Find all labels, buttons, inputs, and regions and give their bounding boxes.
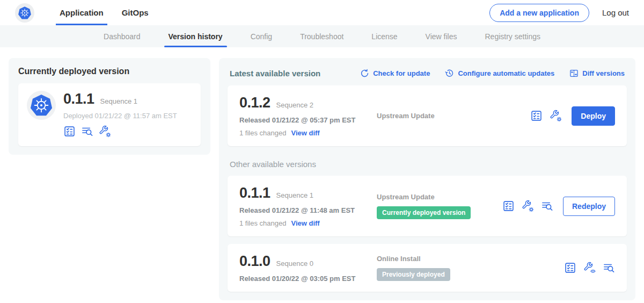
add-application-button[interactable]: Add a new application bbox=[489, 4, 589, 22]
tab-troubleshoot[interactable]: Troubleshoot bbox=[286, 25, 357, 47]
tab-version-history[interactable]: Version history bbox=[155, 25, 237, 47]
tab-view-files[interactable]: View files bbox=[412, 25, 471, 47]
version-number: 0.1.1 bbox=[239, 185, 270, 201]
edit-config-icon[interactable] bbox=[522, 200, 534, 212]
refresh-icon bbox=[360, 69, 369, 78]
configure-automatic-updates-link[interactable]: Configure automatic updates bbox=[445, 69, 554, 78]
preflight-checks-icon[interactable] bbox=[564, 262, 576, 274]
link-label: Configure automatic updates bbox=[458, 69, 554, 77]
version-card: 0.1.0 Sequence 0 Released 01/20/22 @ 03:… bbox=[228, 244, 627, 292]
released-timestamp: Released 01/21/22 @ 11:48 am EST bbox=[239, 206, 377, 214]
redeploy-button[interactable]: Redeploy bbox=[563, 197, 615, 216]
deploy-logs-icon[interactable] bbox=[603, 262, 615, 274]
deployed-version-number: 0.1.1 bbox=[63, 91, 94, 107]
link-label: Diff versions bbox=[582, 69, 625, 77]
top-nav-tabs: Application GitOps bbox=[50, 0, 158, 25]
view-config-icon[interactable] bbox=[583, 262, 596, 274]
view-diff-link[interactable]: View diff bbox=[291, 219, 319, 227]
top-nav: Application GitOps Add a new application… bbox=[0, 0, 644, 25]
sequence-label: Sequence 2 bbox=[276, 101, 313, 109]
tab-dashboard[interactable]: Dashboard bbox=[90, 25, 155, 47]
files-changed-row: 1 files changed View diff bbox=[239, 129, 377, 137]
source-label: Upstream Update bbox=[377, 193, 502, 201]
version-actions bbox=[564, 262, 615, 274]
status-badge: Previously deployed bbox=[377, 268, 450, 281]
latest-available-title: Latest available version bbox=[230, 69, 320, 78]
tab-license[interactable]: License bbox=[357, 25, 411, 47]
version-status-column: Upstream Update bbox=[377, 112, 530, 120]
deploy-button[interactable]: Deploy bbox=[572, 106, 615, 126]
diff-icon bbox=[569, 69, 579, 78]
currently-deployed-panel: Currently deployed version 0.1.1 Sequenc… bbox=[9, 58, 210, 155]
files-changed-label: 1 files changed bbox=[239, 219, 286, 227]
tab-gitops[interactable]: GitOps bbox=[113, 0, 158, 25]
panel-actions: Check for updateConfigure automatic upda… bbox=[360, 69, 625, 78]
view-diff-link[interactable]: View diff bbox=[291, 129, 319, 137]
currently-deployed-title: Currently deployed version bbox=[18, 67, 201, 76]
deployed-sequence-label: Sequence 1 bbox=[100, 97, 137, 105]
sequence-label: Sequence 1 bbox=[276, 191, 313, 199]
source-label: Online Install bbox=[377, 255, 564, 263]
status-badge: Currently deployed version bbox=[377, 206, 471, 219]
tab-config[interactable]: Config bbox=[237, 25, 286, 47]
sequence-label: Sequence 0 bbox=[276, 259, 313, 268]
deploy-logs-icon[interactable] bbox=[541, 200, 553, 212]
preflight-checks-icon[interactable] bbox=[63, 125, 76, 138]
files-changed-row: 1 files changed View diff bbox=[239, 219, 377, 227]
version-actions: Redeploy bbox=[502, 197, 615, 216]
logout-button[interactable]: Log out bbox=[602, 8, 629, 17]
version-actions: Deploy bbox=[530, 106, 615, 126]
deployed-timestamp: Deployed 01/21/22 @ 11:57 am EST bbox=[63, 112, 177, 120]
version-number: 0.1.2 bbox=[239, 95, 270, 111]
schedule-icon bbox=[445, 69, 454, 78]
versions-panel: Latest available version Check for updat… bbox=[219, 58, 635, 300]
version-card: 0.1.2 Sequence 2 Released 01/21/22 @ 05:… bbox=[228, 85, 627, 146]
version-status-column: Online Install Previously deployed bbox=[377, 255, 564, 281]
link-label: Check for update bbox=[373, 69, 430, 77]
released-timestamp: Released 01/21/22 @ 05:37 pm EST bbox=[239, 116, 377, 124]
kubernetes-logo-icon bbox=[15, 3, 34, 23]
edit-config-icon[interactable] bbox=[550, 110, 562, 122]
check-for-update-link[interactable]: Check for update bbox=[360, 69, 430, 78]
source-label: Upstream Update bbox=[377, 112, 530, 120]
files-changed-label: 1 files changed bbox=[239, 129, 286, 137]
version-number: 0.1.0 bbox=[239, 253, 270, 270]
other-versions-title: Other available versions bbox=[230, 160, 625, 169]
preflight-checks-icon[interactable] bbox=[502, 200, 515, 212]
top-nav-right: Add a new application Log out bbox=[489, 4, 629, 22]
sub-nav: DashboardVersion historyConfigTroublesho… bbox=[0, 25, 644, 47]
diff-versions-link[interactable]: Diff versions bbox=[569, 69, 625, 78]
kubernetes-app-icon bbox=[27, 91, 56, 120]
edit-config-icon[interactable] bbox=[99, 125, 111, 138]
tab-application[interactable]: Application bbox=[50, 0, 113, 25]
tab-registry-settings[interactable]: Registry settings bbox=[471, 25, 554, 47]
preflight-checks-icon[interactable] bbox=[530, 110, 543, 122]
main-content: Currently deployed version 0.1.1 Sequenc… bbox=[0, 47, 644, 303]
version-status-column: Upstream Update Currently deployed versi… bbox=[377, 193, 502, 219]
version-card: 0.1.1 Sequence 1 Released 01/21/22 @ 11:… bbox=[228, 176, 627, 236]
deployed-icon-row bbox=[63, 125, 177, 138]
versions-panel-header: Latest available version Check for updat… bbox=[230, 69, 625, 78]
deployed-version-card: 0.1.1 Sequence 1 Deployed 01/21/22 @ 11:… bbox=[18, 83, 201, 146]
released-timestamp: Released 01/20/22 @ 03:05 pm EST bbox=[239, 275, 377, 283]
deploy-logs-icon[interactable] bbox=[81, 125, 93, 138]
